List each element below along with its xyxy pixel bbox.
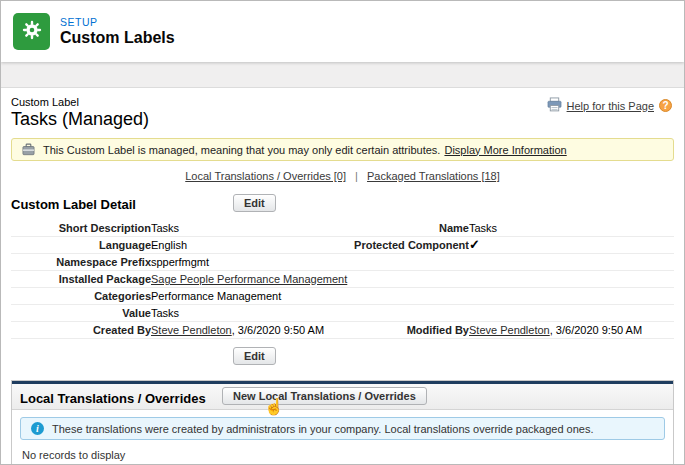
created-by-date: , 3/6/2020 9:50 AM	[232, 324, 324, 336]
field-value: ✓	[469, 237, 674, 254]
edit-button-top[interactable]: Edit	[233, 194, 276, 212]
table-row: Installed Package Sage People Performanc…	[11, 271, 674, 288]
empty-cell	[469, 254, 674, 271]
managed-banner-text: This Custom Label is managed, meaning th…	[43, 144, 440, 156]
table-row: Language English Protected Component ✓	[11, 237, 674, 254]
help-question-icon[interactable]: ?	[659, 99, 672, 112]
translation-links: Local Translations / Overrides [0] | Pac…	[11, 170, 674, 182]
table-row: Short Description Tasks Name Tasks	[11, 220, 674, 237]
field-label: Name	[349, 220, 469, 237]
link-separator: |	[355, 170, 358, 182]
table-row: Value Tasks	[11, 305, 674, 322]
detail-table: Short Description Tasks Name Tasks Langu…	[11, 220, 674, 339]
related-list-body: i These translations were created by adm…	[12, 410, 673, 465]
printer-icon[interactable]	[547, 97, 562, 114]
field-value: Steve Pendleton, 3/6/2020 9:50 AM	[151, 322, 349, 339]
info-icon: i	[31, 422, 44, 435]
empty-state-text: No records to display	[20, 440, 665, 463]
empty-cell	[349, 305, 469, 322]
field-label: Created By	[11, 322, 151, 339]
field-value: Steve Pendleton, 3/6/2020 9:50 AM	[469, 322, 674, 339]
field-value: Performance Management	[151, 288, 349, 305]
edit-button-bottom[interactable]: Edit	[233, 347, 276, 365]
empty-cell	[349, 271, 469, 288]
field-label: Protected Component	[349, 237, 469, 254]
installed-package-link[interactable]: Sage People Performance Management	[151, 273, 347, 285]
related-list-header: Local Translations / Overrides New Local…	[12, 381, 673, 410]
detail-footer-buttons: Edit	[233, 346, 674, 368]
field-value: Tasks	[151, 220, 349, 237]
empty-cell	[349, 288, 469, 305]
empty-cell	[349, 254, 469, 271]
table-row: Categories Performance Management	[11, 288, 674, 305]
setup-header-text: SETUP Custom Labels	[60, 16, 175, 47]
translations-info-banner: i These translations were created by adm…	[20, 417, 665, 440]
field-label: Installed Package	[11, 271, 151, 288]
setup-header: SETUP Custom Labels	[1, 1, 684, 62]
detail-section-title: Custom Label Detail	[11, 194, 136, 212]
managed-warning-banner: This Custom Label is managed, meaning th…	[11, 138, 674, 161]
field-label: Language	[11, 237, 151, 254]
field-label: Short Description	[11, 220, 151, 237]
content-card: Custom Label Tasks (Managed) Help for th…	[1, 87, 684, 465]
modified-by-date: , 3/6/2020 9:50 AM	[550, 324, 642, 336]
empty-cell	[469, 305, 674, 322]
help-area: Help for this Page ?	[547, 97, 672, 114]
setup-page-title: Custom Labels	[60, 29, 175, 47]
field-value: spperfmgmt	[151, 254, 349, 271]
empty-cell	[469, 288, 674, 305]
field-value: English	[151, 237, 349, 254]
setup-breadcrumb: SETUP	[60, 16, 175, 28]
managed-package-icon	[22, 143, 35, 156]
field-label: Modified By	[349, 322, 469, 339]
table-row: Created By Steve Pendleton, 3/6/2020 9:5…	[11, 322, 674, 339]
created-by-link[interactable]: Steve Pendleton	[151, 324, 232, 336]
field-label: Categories	[11, 288, 151, 305]
local-translations-link[interactable]: Local Translations / Overrides [0]	[185, 170, 346, 182]
field-value: Tasks	[469, 220, 674, 237]
detail-section-header: Custom Label Detail Edit	[11, 194, 674, 215]
setup-icon-tile	[13, 13, 50, 50]
modified-by-link[interactable]: Steve Pendleton	[469, 324, 550, 336]
checkmark-icon: ✓	[469, 237, 480, 252]
help-for-this-page-link[interactable]: Help for this Page	[567, 100, 654, 112]
field-label: Value	[11, 305, 151, 322]
field-value: Tasks	[151, 305, 349, 322]
packaged-translations-link[interactable]: Packaged Translations [18]	[367, 170, 500, 182]
display-more-information-link[interactable]: Display More Information	[444, 144, 566, 156]
local-translations-section: Local Translations / Overrides New Local…	[11, 380, 674, 465]
table-row: Namespace Prefix spperfmgmt	[11, 254, 674, 271]
page-head: Custom Label Tasks (Managed) Help for th…	[11, 94, 674, 130]
field-value: Sage People Performance Management	[151, 271, 349, 288]
screen: SETUP Custom Labels Custom Label Tasks (…	[0, 0, 685, 465]
empty-cell	[469, 271, 674, 288]
gear-icon	[21, 19, 43, 45]
translations-info-text: These translations were created by admin…	[52, 423, 594, 435]
related-list-title: Local Translations / Overrides	[20, 389, 206, 406]
field-label: Namespace Prefix	[11, 254, 151, 271]
new-local-translations-button[interactable]: New Local Translations / Overrides	[222, 387, 427, 405]
